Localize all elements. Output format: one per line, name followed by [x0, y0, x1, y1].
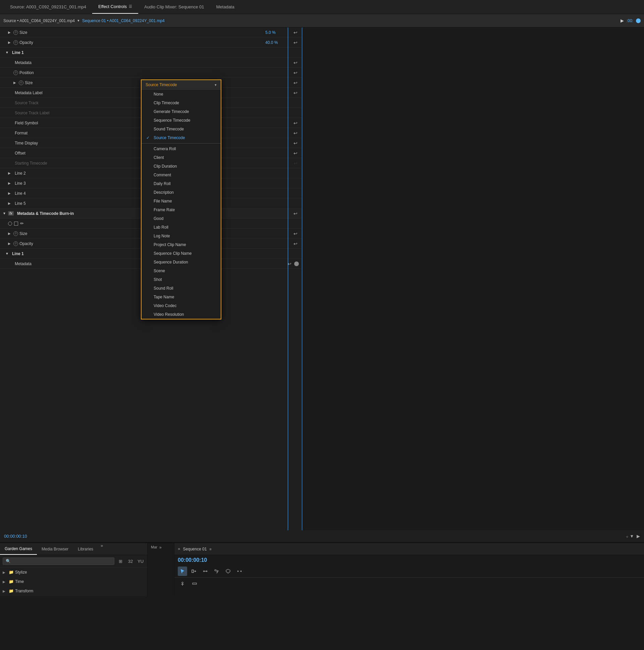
tree-item-transform[interactable]: ▶ 📁 Transform: [0, 586, 147, 596]
project-tab-media-browser[interactable]: Media Browser: [37, 543, 73, 555]
dropdown-item-description[interactable]: Description: [141, 188, 221, 197]
rect-tool[interactable]: [14, 222, 18, 226]
dropdown-item-source-timecode[interactable]: ✓Source Timecode: [141, 134, 221, 142]
tab-metadata[interactable]: Metadata: [210, 0, 240, 14]
expand-fx-line1[interactable]: ▼: [5, 252, 11, 255]
dropdown-item-scene[interactable]: Scene: [141, 266, 221, 275]
dropdown-item-shot[interactable]: Shot: [141, 275, 221, 284]
expand-fx-burnin[interactable]: ▼: [3, 212, 8, 215]
reset-metadata-1[interactable]: ↩: [292, 59, 299, 66]
source-bar: Source • A001_C064_09224Y_001.mp4 ▾ Sequ…: [0, 14, 644, 28]
label-field-symbol: Field Symbol: [13, 121, 154, 125]
dropdown-header[interactable]: Source Timecode ▾: [141, 80, 221, 90]
dropdown-item-comment[interactable]: Comment: [141, 171, 221, 179]
project-sort-icon[interactable]: YU: [137, 557, 144, 565]
dropdown-item-sequence-duration[interactable]: Sequence Duration: [141, 258, 221, 266]
tree-item-stylize[interactable]: ▶ 📁 Stylize: [0, 568, 147, 577]
expand-size-1[interactable]: ▶: [8, 31, 13, 34]
expand-line4[interactable]: ▶: [8, 191, 13, 195]
tree-item-time[interactable]: ▶ 📁 Time: [0, 577, 147, 586]
dropdown-item-sequence-timecode[interactable]: Sequence Timecode: [141, 116, 221, 125]
anchor-tool-button[interactable]: [178, 579, 187, 588]
expand-line2[interactable]: ▶: [8, 171, 13, 175]
dropdown-item-file-name[interactable]: File Name: [141, 197, 221, 206]
reset-fx-burnin[interactable]: ↩: [292, 210, 299, 217]
expand-line5[interactable]: ▶: [8, 202, 13, 205]
reset-field-symbol[interactable]: ↩: [292, 120, 299, 127]
source-dropdown-arrow[interactable]: ▾: [77, 19, 79, 23]
project-search-input[interactable]: [3, 557, 114, 565]
dropdown-item-generate-timecode[interactable]: Generate Timecode: [141, 107, 221, 116]
reset-fx-opacity[interactable]: ↩: [292, 240, 299, 247]
dropdown-item-sound-timecode[interactable]: Sound Timecode: [141, 125, 221, 134]
tab-menu-icon[interactable]: ☰: [129, 4, 132, 9]
dropdown-item-sequence-clip-name[interactable]: Sequence Clip Name: [141, 249, 221, 258]
sequence-close-button[interactable]: ×: [178, 546, 180, 551]
protect-tool-button[interactable]: [224, 567, 233, 576]
tab-effect-controls[interactable]: Effect Controls ☰: [92, 0, 138, 14]
razor-tool-button[interactable]: [212, 567, 222, 576]
expand-size-nested[interactable]: ▶: [13, 81, 19, 84]
dropdown-item-frame-rate[interactable]: Frame Rate: [141, 206, 221, 214]
slide-tool-button[interactable]: [190, 579, 199, 588]
svg-marker-6: [226, 569, 230, 573]
reset-size-1[interactable]: ↩: [292, 29, 299, 36]
dropdown-item-none[interactable]: None: [141, 90, 221, 99]
dropdown-item-clip-timecode[interactable]: Clip Timecode: [141, 99, 221, 107]
filter-icon[interactable]: ⬦ ▼: [626, 534, 634, 539]
reset-fx-metadata[interactable]: ↩: [286, 260, 293, 267]
sequence-tools-row: [174, 565, 644, 577]
dropdown-item-label-15: Lab Roll: [154, 225, 168, 230]
project-import-icon[interactable]: ⊞: [116, 557, 125, 565]
reset-opacity-1[interactable]: ↩: [292, 39, 299, 46]
dropdown-item-good[interactable]: Good: [141, 214, 221, 223]
tree-item-transition[interactable]: ▶ 📁 Transition: [0, 596, 147, 596]
dropdown-item-project-clip-name[interactable]: Project Clip Name: [141, 240, 221, 249]
expand-tool-button[interactable]: [235, 567, 244, 576]
reset-size-nested[interactable]: ↩: [292, 79, 299, 86]
dropdown-item-label-22: Sound Roll: [154, 286, 173, 291]
dropdown-item-log-note[interactable]: Log Note: [141, 232, 221, 240]
sequence-menu-icon[interactable]: ≡: [209, 547, 211, 551]
ellipse-tool[interactable]: [8, 222, 12, 226]
reset-time-display[interactable]: ↩: [292, 140, 299, 146]
play-button[interactable]: ▶: [620, 18, 624, 23]
dropdown-item-clip-duration[interactable]: Clip Duration: [141, 162, 221, 171]
pen-tool[interactable]: ✏: [20, 221, 24, 226]
project-view-32-icon[interactable]: 32: [127, 557, 135, 565]
dropdown-item-video-codec[interactable]: Video Codec: [141, 301, 221, 310]
dropdown-item-sound-roll[interactable]: Sound Roll: [141, 284, 221, 293]
reset-offset[interactable]: ↩: [292, 150, 299, 156]
sequence-link[interactable]: Sequence 01 • A001_C064_09224Y_001.mp4: [82, 19, 165, 23]
expand-right-icon[interactable]: ▶: [637, 534, 640, 539]
rolling-edit-button[interactable]: [201, 567, 210, 576]
expand-opacity-1[interactable]: ▶: [8, 41, 13, 44]
expand-panels-icon[interactable]: »: [159, 545, 162, 550]
label-position: Position: [18, 70, 156, 75]
reset-format[interactable]: ↩: [292, 130, 299, 137]
dropdown-item-daily-roll[interactable]: Daily Roll: [141, 179, 221, 188]
dropdown-item-client[interactable]: Client: [141, 153, 221, 162]
project-tab-libraries[interactable]: Libraries: [73, 543, 98, 555]
tab-source[interactable]: Source: A003_C092_09231C_001.mp4: [4, 0, 92, 14]
reset-position[interactable]: ↩: [292, 69, 299, 76]
dropdown-item-tape-name[interactable]: Tape Name: [141, 293, 221, 301]
dropdown-item-video-resolution[interactable]: Video Resolution: [141, 310, 221, 319]
expand-fx-size[interactable]: ▶: [8, 232, 13, 235]
project-tab-garden-games[interactable]: Garden Games: [0, 543, 37, 555]
tab-audio-clip-mixer[interactable]: Audio Clip Mixer: Sequence 01: [138, 0, 210, 14]
dropdown-item-camera-roll[interactable]: Camera Roll: [141, 144, 221, 153]
expand-line3[interactable]: ▶: [8, 181, 13, 185]
expand-fx-opacity[interactable]: ▶: [8, 242, 13, 245]
selection-tool-button[interactable]: [178, 567, 187, 576]
reset-fx-size[interactable]: ↩: [292, 230, 299, 237]
dropdown-item-lab-roll[interactable]: Lab Roll: [141, 223, 221, 232]
more-panels-icon[interactable]: »: [101, 543, 103, 555]
reset-metadata-label[interactable]: ↩: [292, 89, 299, 96]
ripple-edit-button[interactable]: [189, 567, 199, 576]
expand-line1[interactable]: ▼: [5, 50, 11, 54]
svg-marker-0: [181, 569, 184, 573]
dropdown-item-label-1: Clip Timecode: [154, 101, 179, 105]
tree-arrow-stylize: ▶: [3, 571, 7, 574]
metadata-dropdown[interactable]: Source Timecode ▾ NoneClip TimecodeGener…: [141, 79, 222, 320]
